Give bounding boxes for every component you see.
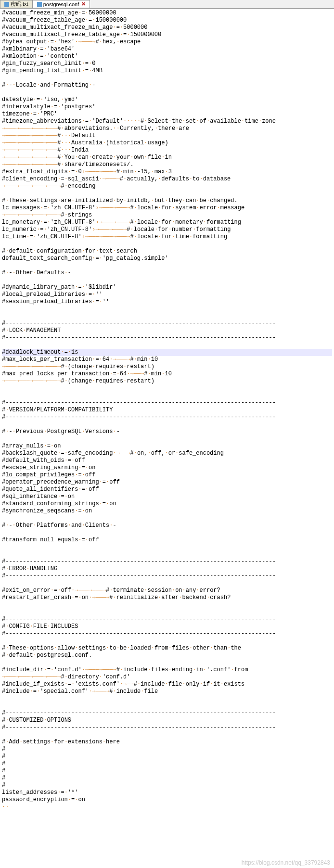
code-line: #deadlock_timeout·=·1s	[2, 349, 332, 356]
code-line: #lo_compat_privileges·=·off	[2, 472, 332, 479]
code-line: #---------------------------------------…	[2, 399, 332, 407]
code-line: #sql_inheritance·=·on	[2, 493, 332, 500]
code-line: #---------------------------------------…	[2, 320, 332, 327]
code-line: #gin_fuzzy_search_limit·=·0	[2, 60, 332, 67]
code-line: lc_monetary·=·'zh_CN.UTF-8'›→───→───→#·l…	[2, 219, 332, 226]
text-editor[interactable]: #vacuum_freeze_min_age·=·50000000#vacuum…	[0, 9, 334, 812]
code-line	[2, 695, 332, 702]
code-line: #	[2, 753, 332, 760]
code-line: #·VERSION/PLATFORM·COMPATIBILITY	[2, 407, 332, 414]
code-line: #---------------------------------------…	[2, 414, 332, 421]
code-line: #·-·Other·Defaults·-	[2, 269, 332, 277]
code-line	[2, 638, 332, 645]
code-line: #vacuum_multixact_freeze_min_age·=·50000…	[2, 24, 332, 31]
code-line	[2, 515, 332, 522]
code-line: →───→───→───→───#···India	[2, 147, 332, 154]
code-line	[2, 262, 332, 269]
code-line	[2, 580, 332, 587]
code-line: #session_preload_libraries·=·''	[2, 298, 332, 306]
code-line: #---------------------------------------…	[2, 558, 332, 565]
code-line	[2, 342, 332, 349]
code-line: #	[2, 746, 332, 753]
code-line: #include_dir·=·'conf.d'·→───→───→#·inclu…	[2, 666, 332, 674]
code-line: #---------------------------------------…	[2, 710, 332, 717]
code-line	[2, 306, 332, 313]
code-line: timezone·=·'PRC'	[2, 111, 332, 118]
code-line: →───→───→───→───→#·(change·requires·rest…	[2, 363, 332, 370]
code-line: #max_locks_per_transaction·=·64·→───→#·m…	[2, 356, 332, 363]
code-line: #	[2, 767, 332, 775]
code-line: datestyle·=·'iso,·ymd'	[2, 96, 332, 103]
code-line: #vacuum_multixact_freeze_table_age·=·150…	[2, 31, 332, 38]
tab-item-1[interactable]: 密码.txt	[0, 0, 33, 8]
code-line: #include_if_exists·=·'exists.conf'·→─→#·…	[2, 681, 332, 688]
code-line	[2, 529, 332, 536]
code-line: #include·=·'special.conf'·→───→#·include…	[2, 688, 332, 695]
code-line: →───→───→───→───#···Australia·(historica…	[2, 140, 332, 147]
code-line: →───→───→───→───→#·(change·requires·rest…	[2, 378, 332, 385]
code-line	[2, 241, 332, 248]
code-line: #dynamic_library_path·=·'$libdir'	[2, 284, 332, 291]
code-line: #---------------------------------------…	[2, 724, 332, 731]
code-line: #---------------------------------------…	[2, 616, 332, 623]
code-line	[2, 702, 332, 710]
code-line: #---------------------------------------…	[2, 334, 332, 342]
code-line: #---------------------------------------…	[2, 630, 332, 638]
tab-label: postgresql.conf	[43, 1, 79, 7]
tab-item-2[interactable]: postgresql.conf✕	[33, 0, 90, 8]
code-line: #·CUSTOMIZED·OPTIONS	[2, 717, 332, 724]
code-line: →───→───→───→───#·abbreviations.··Curren…	[2, 125, 332, 132]
code-line: #transform_null_equals·=·off	[2, 536, 332, 544]
tab-bar: 密码.txt postgresql.conf✕	[0, 0, 334, 9]
file-icon	[37, 2, 42, 7]
code-line: #standard_conforming_strings·=·on	[2, 500, 332, 508]
code-line: #max_pred_locks_per_transaction·=·64·→──…	[2, 370, 332, 378]
code-line: #gin_pending_list_limit·=·4MB	[2, 67, 332, 75]
code-line: #extra_float_digits·=·0›→───→───→#·min·-…	[2, 168, 332, 176]
code-line: #vacuum_freeze_table_age·=·150000000	[2, 17, 332, 24]
code-line: →───→───→───→───#···Default	[2, 132, 332, 140]
code-line: #·These·options·allow·settings·to·be·loa…	[2, 645, 332, 652]
code-line: #·Add·settings·for·extensions·here	[2, 739, 332, 746]
code-line: #operator_precedence_warning·=·off	[2, 479, 332, 486]
code-line: listen_addresses·=·'*'	[2, 789, 332, 796]
code-line: #·-·Other·Platforms·and·Clients·-	[2, 522, 332, 529]
file-icon	[4, 2, 9, 7]
code-line: password_encryption·=·on	[2, 796, 332, 804]
code-line: #·default·configuration·for·text·search	[2, 248, 332, 255]
code-line: lc_messages·=·'zh_CN.UTF-8'›→───→───→#·l…	[2, 204, 332, 212]
code-line	[2, 551, 332, 558]
code-line: #·default·postgresql.conf.	[2, 652, 332, 659]
code-line: #xmloption·=·'content'	[2, 53, 332, 60]
code-line: #intervalstyle·=·'postgres'	[2, 103, 332, 111]
code-line: #array_nulls·=·on	[2, 443, 332, 450]
code-line: #·-·Locale·and·Formatting·-	[2, 82, 332, 89]
code-line: #·These·settings·are·initialized·by·init…	[2, 197, 332, 204]
code-line: →───→───→───→───→#·directory·'conf.d'	[2, 674, 332, 681]
code-line: ··	[2, 804, 332, 811]
code-line	[2, 421, 332, 428]
code-line: #	[2, 782, 332, 789]
code-line	[2, 544, 332, 551]
code-line	[2, 435, 332, 443]
code-line	[2, 313, 332, 320]
tab-label: 密码.txt	[11, 0, 28, 8]
code-line	[2, 190, 332, 197]
code-line: #restart_after_crash·=·on·→───→#·reiniti…	[2, 594, 332, 601]
code-line: default_text_search_config·=·'pg_catalog…	[2, 255, 332, 262]
code-line	[2, 601, 332, 609]
code-line: →───→───→───→───→#·encoding	[2, 183, 332, 190]
code-line	[2, 277, 332, 284]
code-line: #---------------------------------------…	[2, 573, 332, 580]
code-line	[2, 609, 332, 616]
code-line: #·ERROR·HANDLING	[2, 565, 332, 573]
code-line: #·CONFIG·FILE·INCLUDES	[2, 623, 332, 630]
code-line: #	[2, 775, 332, 782]
code-line: #escape_string_warning·=·on	[2, 464, 332, 472]
code-line: #vacuum_freeze_min_age·=·50000000	[2, 10, 332, 17]
code-line: #synchronize_seqscans·=·on	[2, 508, 332, 515]
code-line: #client_encoding·=·sql_ascii·→───→#·actu…	[2, 176, 332, 183]
close-icon[interactable]: ✕	[81, 1, 86, 7]
code-line: #xmlbinary·=·'base64'	[2, 46, 332, 53]
code-line: lc_time·=·'zh_CN.UTF-8'›→───→───→───→#·l…	[2, 233, 332, 241]
